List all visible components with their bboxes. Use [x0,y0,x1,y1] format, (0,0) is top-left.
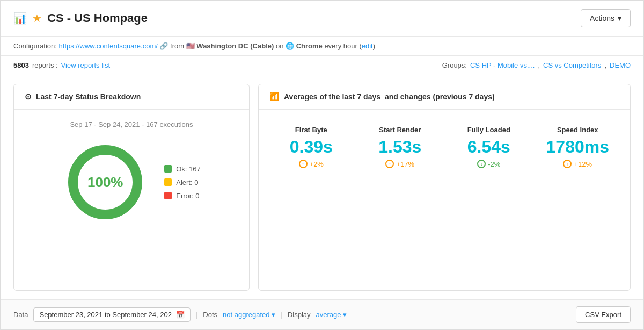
external-link-icon: 🔗 [159,42,168,50]
change-icon-fully-loaded: ↓ [477,160,486,168]
config-browser: Chrome [296,42,323,50]
status-card-body: Sep 17 - Sep 24, 2021 - 167 executions 1… [14,110,249,236]
legend-alert-label: Alert: 0 [176,178,198,186]
legend-error-dot [164,192,172,199]
group-link-3[interactable]: DEMO [610,61,631,69]
bottom-bar: Data September 23, 2021 to September 24,… [1,299,643,329]
display-chevron: ▾ [343,311,347,319]
csv-export-button[interactable]: CSV Export [576,306,631,323]
change-icon-first-byte: ↑ [299,160,308,168]
metric-start-render-pct: +17% [396,160,414,168]
legend-error-label: Error: 0 [176,192,199,200]
metric-start-render-label: Start Render [358,126,442,134]
averages-header-rest: and changes (previous 7 days) [385,92,495,101]
donut-percentage: 100% [87,174,123,191]
metric-speed-index: Speed Index 1780ms ↑ +12% [536,126,620,168]
flag-icon: 🇺🇸 [186,42,195,50]
config-freq-text: every hour [324,42,357,50]
metric-first-byte-change: ↑ +2% [269,160,353,168]
metric-speed-index-change: ↑ +12% [536,160,620,168]
legend-alert-dot [164,178,172,186]
chrome-icon: 🌐 [286,42,294,50]
date-range-text: September 23, 2021 to September 24, 202 [39,311,171,319]
metric-speed-index-pct: +12% [574,160,592,168]
metric-start-render-value: 1.53s [358,138,442,155]
metric-start-render: Start Render 1.53s ↑ +17% [358,126,442,168]
legend-ok-label: Ok: 167 [176,165,201,173]
chart-icon: 📊 [13,12,27,25]
group-sep-1: , [538,61,540,69]
metric-first-byte: First Byte 0.39s ↑ +2% [269,126,353,168]
donut-row: 100% Ok: 167 Alert: 0 Erro [25,139,238,225]
config-location-bold: Washington DC (Cable) [196,42,274,50]
status-card: ⊙ Last 7-day Status Breakdown Sep 17 - S… [13,84,250,291]
dots-value: not aggregated [223,311,269,319]
display-value: average [316,311,341,319]
star-icon[interactable]: ★ [32,12,42,25]
reports-left: 5803 reports : View reports list [13,61,110,69]
status-card-header: ⊙ Last 7-day Status Breakdown [14,84,249,110]
actions-label: Actions [590,14,614,23]
metrics-grid: First Byte 0.39s ↑ +2% Start Render 1.53… [259,115,630,179]
averages-header-icon: 📶 [269,92,280,102]
calendar-icon: 📅 [176,311,185,319]
metric-first-byte-value: 0.39s [269,138,353,155]
page-wrapper: 📊 ★ CS - US Hompage Actions ▾ Configurat… [0,0,644,330]
reports-suffix: reports : [32,61,58,69]
averages-card-header: 📶 Averages of the last 7 days and change… [259,84,630,110]
legend-ok: Ok: 167 [164,165,201,173]
config-edit-close: ) [373,42,375,50]
metric-start-render-change: ↑ +17% [358,160,442,168]
metric-fully-loaded: Fully Loaded 6.54s ↓ -2% [447,126,531,168]
metric-fully-loaded-pct: -2% [488,160,500,168]
metric-first-byte-pct: +2% [310,160,324,168]
group-link-1[interactable]: CS HP - Mobile vs.... [470,61,535,69]
reports-bar: 5803 reports : View reports list Groups:… [1,56,643,75]
config-edit-link[interactable]: edit [362,42,373,50]
view-reports-link[interactable]: View reports list [61,61,111,69]
legend-alert: Alert: 0 [164,178,201,186]
bottom-left: Data September 23, 2021 to September 24,… [13,307,347,322]
main-content: ⊙ Last 7-day Status Breakdown Sep 17 - S… [1,75,643,299]
legend-ok-dot [164,165,172,173]
chart-legend: Ok: 167 Alert: 0 Error: 0 [164,165,201,200]
data-label: Data [13,311,28,319]
config-url[interactable]: https://www.contentsquare.com/ [59,42,158,50]
groups-right: Groups: CS HP - Mobile vs...., CS vs Com… [442,61,631,69]
legend-error: Error: 0 [164,192,201,200]
metric-fully-loaded-change: ↓ -2% [447,160,531,168]
metric-speed-index-value: 1780ms [536,138,620,155]
metric-first-byte-label: First Byte [269,126,353,134]
header: 📊 ★ CS - US Hompage Actions ▾ [1,1,643,37]
config-label: Configuration: [13,42,57,50]
change-icon-start-render: ↑ [385,160,394,168]
executions-label: Sep 17 - Sep 24, 2021 - 167 executions [25,120,238,128]
reports-count: 5803 [13,61,29,69]
metric-fully-loaded-label: Fully Loaded [447,126,531,134]
donut-chart: 100% [62,139,148,225]
display-dropdown[interactable]: average ▾ [316,311,347,319]
separator-1: | [196,311,197,319]
group-sep-2: , [604,61,606,69]
status-header-icon: ⊙ [25,92,32,102]
dots-chevron: ▾ [272,311,275,319]
chevron-down-icon: ▾ [618,14,621,23]
status-card-title: Last 7-day Status Breakdown [36,92,141,101]
page-title: CS - US Hompage [47,11,148,25]
config-on: on [276,42,286,50]
change-icon-speed-index: ↑ [563,160,572,168]
date-range-input[interactable]: September 23, 2021 to September 24, 202 … [33,307,190,322]
header-left: 📊 ★ CS - US Hompage [13,11,148,25]
actions-button[interactable]: Actions ▾ [581,9,631,27]
groups-label: Groups: [442,61,467,69]
group-link-2[interactable]: CS vs Competitors [543,61,601,69]
metric-speed-index-label: Speed Index [536,126,620,134]
dots-label: Dots [203,311,217,319]
config-from: from [170,42,186,50]
metric-fully-loaded-value: 6.54s [447,138,531,155]
display-label: Display [288,311,311,319]
averages-header-bold: Averages of the last 7 days [284,92,380,101]
dots-dropdown[interactable]: not aggregated ▾ [223,311,275,319]
config-bar: Configuration: https://www.contentsquare… [1,37,643,56]
separator-2: | [281,311,282,319]
